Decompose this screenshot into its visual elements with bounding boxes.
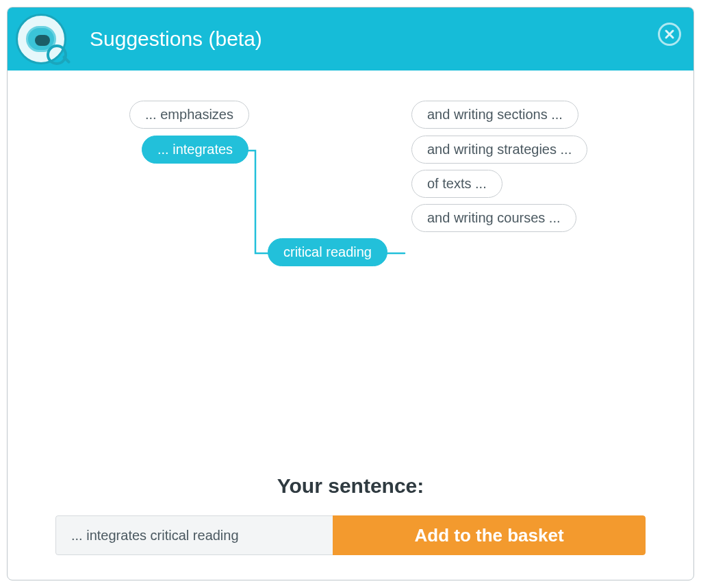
right-option-writing-courses[interactable]: and writing courses ... (411, 204, 576, 232)
suggestion-graph: ... emphasizes ... integrates critical r… (8, 71, 693, 454)
sentence-heading: Your sentence: (55, 474, 646, 498)
modal-title: Suggestions (beta) (90, 27, 262, 51)
suggestions-modal: Suggestions (beta) ... emphasizes ... in… (7, 7, 694, 580)
right-option-of-texts[interactable]: of texts ... (411, 170, 502, 198)
close-button[interactable] (658, 23, 681, 46)
close-icon (664, 29, 675, 40)
middle-node-critical-reading[interactable]: critical reading (268, 238, 387, 266)
left-option-integrates[interactable]: ... integrates (142, 136, 248, 164)
left-option-emphasizes[interactable]: ... emphasizes (129, 101, 249, 129)
sentence-row: ... integrates critical reading Add to t… (55, 515, 646, 555)
add-to-basket-button[interactable]: Add to the basket (333, 515, 646, 555)
right-option-writing-sections[interactable]: and writing sections ... (411, 101, 578, 129)
modal-header: Suggestions (beta) (8, 8, 693, 71)
robot-search-icon (16, 14, 66, 64)
sentence-footer: Your sentence: ... integrates critical r… (8, 474, 693, 580)
sentence-display: ... integrates critical reading (55, 515, 333, 555)
right-option-writing-strategies[interactable]: and writing strategies ... (411, 136, 587, 164)
